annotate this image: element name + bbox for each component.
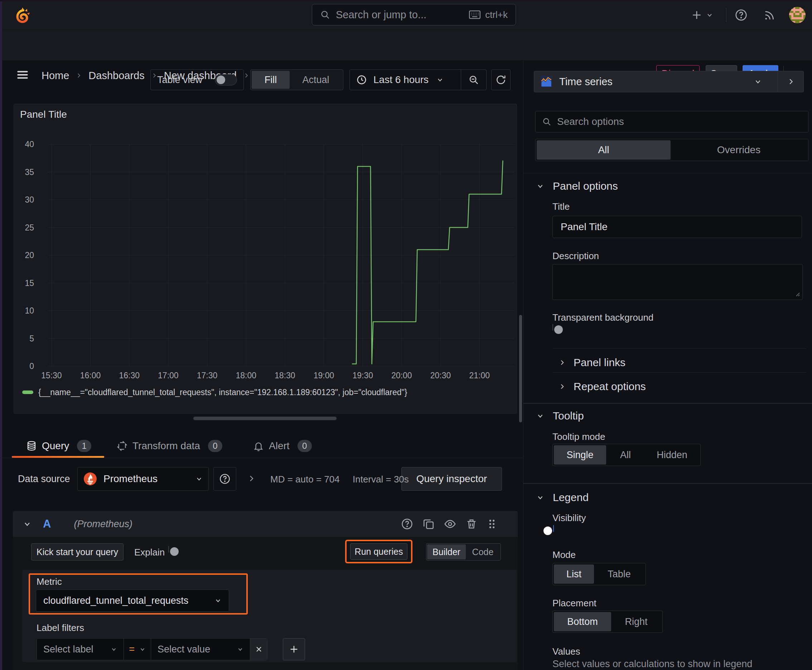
title-field-label: Title <box>553 201 570 212</box>
label-filter-group: Select label = Select value <box>37 638 268 660</box>
svg-text:15: 15 <box>25 278 34 288</box>
legend-placement-bottom[interactable]: Bottom <box>554 612 611 631</box>
panel-links-section-header[interactable]: Panel links <box>559 355 626 370</box>
legend-mode-table[interactable]: Table <box>594 564 644 584</box>
grafana-edit-panel-screen: Search or jump to... ctrl+k <box>0 0 812 670</box>
legend-mode-list[interactable]: List <box>554 564 594 584</box>
collapse-options-pane-button[interactable] <box>778 71 804 92</box>
tab-all[interactable]: All <box>537 140 671 160</box>
svg-text:10: 10 <box>25 306 34 315</box>
metric-select[interactable]: cloudflared_tunnel_total_requests <box>36 589 229 612</box>
tab-alert[interactable]: Alert 0 <box>253 437 312 455</box>
query-inspector-button[interactable]: Query inspector <box>401 467 502 491</box>
query-help-icon[interactable] <box>401 518 413 530</box>
menu-toggle-button[interactable] <box>16 68 29 81</box>
fill-option[interactable]: Fill <box>252 71 290 89</box>
add-filter-button[interactable] <box>283 638 305 660</box>
tab-transform-label: Transform data <box>132 440 200 452</box>
svg-text:15:30: 15:30 <box>41 371 62 380</box>
duplicate-query-icon[interactable] <box>422 518 435 530</box>
new-button[interactable] <box>691 8 713 22</box>
datasource-row: Data source Prometheus MD = auto = 704 Q… <box>0 467 523 491</box>
keyboard-icon <box>469 10 481 19</box>
description-field-label: Description <box>553 250 599 262</box>
panel-options-section-header[interactable]: Panel options <box>536 179 618 193</box>
kick-start-query-button[interactable]: Kick start your query <box>31 543 124 560</box>
builder-option[interactable]: Builder <box>427 544 466 559</box>
legend-placement-label: Placement <box>553 598 597 609</box>
legend-section-header[interactable]: Legend <box>536 490 588 505</box>
legend-header-label: Legend <box>553 491 588 504</box>
legend-placement-right[interactable]: Right <box>611 612 661 631</box>
panel-title[interactable]: Panel Title <box>20 109 67 120</box>
metric-highlight: Metric cloudflared_tunnel_total_requests <box>29 574 248 614</box>
svg-text:18:30: 18:30 <box>275 371 295 380</box>
textarea-resize-handle-icon[interactable] <box>793 289 800 297</box>
datasource-help-button[interactable] <box>214 467 236 491</box>
svg-text:16:00: 16:00 <box>80 371 101 380</box>
time-series-chart[interactable]: 051015202530354015:3016:0016:3017:0017:3… <box>14 129 517 380</box>
tooltip-mode-single[interactable]: Single <box>554 445 606 465</box>
drag-query-grip-icon[interactable] <box>487 518 497 530</box>
chevron-down-icon <box>111 646 117 653</box>
chevron-down-icon <box>195 475 203 482</box>
panel-description-textarea[interactable] <box>553 264 803 300</box>
panel-resize-handle[interactable] <box>193 416 337 420</box>
explain-toggle[interactable] <box>168 546 169 553</box>
panel-title-input[interactable] <box>553 216 802 238</box>
svg-text:21:00: 21:00 <box>469 371 490 380</box>
metric-value: cloudflared_tunnel_total_requests <box>43 595 214 606</box>
transparent-background-toggle[interactable] <box>553 324 553 331</box>
sidebar-divider <box>524 173 812 173</box>
tab-query[interactable]: Query 1 <box>26 437 91 455</box>
hide-response-eye-icon[interactable] <box>444 518 456 530</box>
avatar[interactable] <box>789 7 805 23</box>
chart-legend: {__name__="cloudflared_tunnel_total_requ… <box>22 386 407 398</box>
legend-series-label[interactable]: {__name__="cloudflared_tunnel_total_requ… <box>38 387 407 397</box>
svg-text:20:00: 20:00 <box>391 371 412 380</box>
visualization-select[interactable]: Time series <box>534 71 778 92</box>
zoom-out-button[interactable] <box>461 70 486 90</box>
table-view-toggle[interactable] <box>215 74 237 86</box>
chart-panel: Panel Title 051015202530354015:3016:0016… <box>14 104 517 414</box>
select-label-placeholder: Select label <box>43 644 111 655</box>
news-rss-button[interactable] <box>763 9 775 22</box>
select-label-dropdown[interactable]: Select label <box>37 638 124 660</box>
sidebar-section-divider <box>524 403 812 404</box>
expand-stats-chevron-icon[interactable] <box>247 474 256 483</box>
actual-option[interactable]: Actual <box>290 71 342 89</box>
run-queries-button[interactable]: Run queries <box>350 543 407 560</box>
chevron-down-icon <box>139 646 146 653</box>
tooltip-section-header[interactable]: Tooltip <box>536 409 584 423</box>
collapse-query-chevron-icon[interactable] <box>23 520 32 528</box>
refresh-button[interactable] <box>491 69 510 90</box>
tab-overrides[interactable]: Overrides <box>671 140 807 160</box>
remove-query-trash-icon[interactable] <box>465 518 478 530</box>
datasource-picker[interactable]: Prometheus <box>77 467 209 491</box>
legend-visibility-toggle[interactable] <box>553 525 554 532</box>
grafana-logo-icon[interactable] <box>14 7 31 24</box>
operator-dropdown[interactable]: = <box>124 638 151 660</box>
query-row-header[interactable]: A (Prometheus) <box>13 511 518 537</box>
fill-actual-group: Fill Actual <box>250 69 343 90</box>
select-value-dropdown[interactable]: Select value <box>151 638 250 660</box>
svg-text:5: 5 <box>29 334 34 343</box>
tooltip-mode-all[interactable]: All <box>606 445 645 465</box>
breadcrumb-home[interactable]: Home <box>42 70 69 81</box>
repeat-options-section-header[interactable]: Repeat options <box>559 379 646 394</box>
remove-filter-button[interactable] <box>250 638 267 660</box>
search-placeholder: Search or jump to... <box>336 9 469 21</box>
code-option[interactable]: Code <box>466 544 500 559</box>
breadcrumb-bar: Home Dashboards New dashboard Edit panel… <box>0 30 812 61</box>
clock-icon <box>356 74 367 85</box>
tab-transform-data[interactable]: Transform data 0 <box>117 437 222 455</box>
global-search-box[interactable]: Search or jump to... ctrl+k <box>312 4 516 25</box>
time-range-button[interactable]: Last 6 hours <box>350 70 461 90</box>
tooltip-mode-hidden[interactable]: Hidden <box>645 445 699 465</box>
search-options-box[interactable]: Search options <box>535 111 809 132</box>
legend-series-marker[interactable] <box>22 391 33 394</box>
vertical-scrollbar[interactable] <box>519 315 522 422</box>
breadcrumb-dashboards[interactable]: Dashboards <box>88 70 144 81</box>
help-button[interactable] <box>735 8 748 22</box>
time-series-viz-icon <box>541 76 552 87</box>
